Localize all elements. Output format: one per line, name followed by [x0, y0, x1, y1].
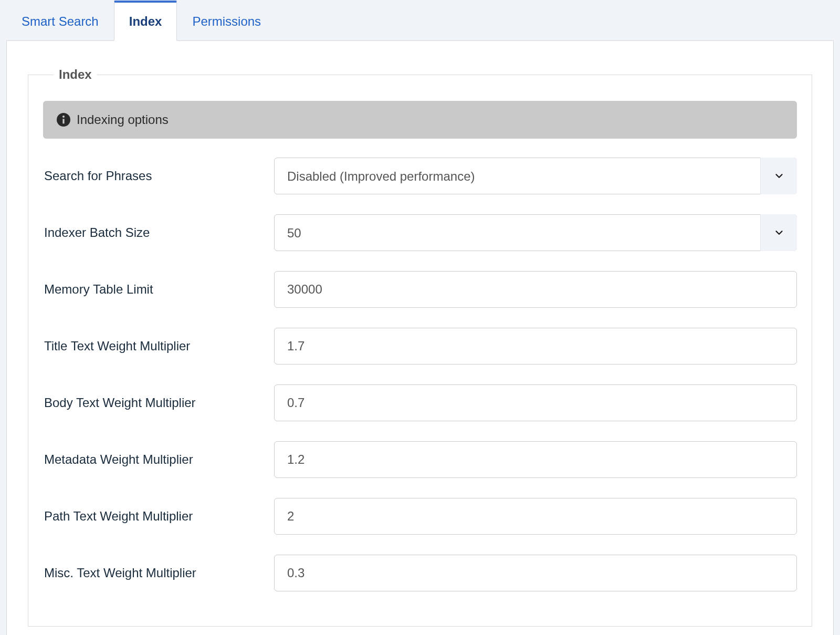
page-container: Smart Search Index Permissions Index Ind… [0, 0, 840, 635]
label-title-weight: Title Text Weight Multiplier [43, 339, 264, 353]
tab-index[interactable]: Index [114, 1, 177, 41]
input-title-weight[interactable] [274, 328, 797, 365]
tab-bar: Smart Search Index Permissions [6, 0, 834, 40]
label-path-weight: Path Text Weight Multiplier [43, 509, 264, 524]
select-search-for-phrases[interactable]: Disabled (Improved performance) [274, 158, 797, 194]
label-metadata-weight: Metadata Weight Multiplier [43, 452, 264, 467]
input-path-weight[interactable] [274, 498, 797, 535]
input-metadata-weight[interactable] [274, 441, 797, 478]
label-memory-table-limit: Memory Table Limit [43, 282, 264, 297]
row-memory-table-limit: Memory Table Limit [43, 271, 797, 308]
input-memory-table-limit[interactable] [274, 271, 797, 308]
content-panel: Index Indexing options Search for Phrase… [6, 40, 834, 635]
label-misc-weight: Misc. Text Weight Multiplier [43, 566, 264, 580]
label-search-for-phrases: Search for Phrases [43, 169, 264, 183]
row-search-for-phrases: Search for Phrases Disabled (Improved pe… [43, 158, 797, 194]
tab-permissions[interactable]: Permissions [177, 2, 276, 40]
index-fieldset: Index Indexing options Search for Phrase… [28, 67, 812, 627]
row-title-weight: Title Text Weight Multiplier [43, 328, 797, 365]
svg-point-2 [62, 116, 65, 118]
tab-smart-search[interactable]: Smart Search [6, 2, 114, 40]
row-indexer-batch-size: Indexer Batch Size 50 [43, 214, 797, 251]
section-title: Indexing options [77, 112, 169, 127]
select-wrap-indexer-batch-size: 50 [274, 214, 797, 251]
row-body-weight: Body Text Weight Multiplier [43, 384, 797, 421]
section-header: Indexing options [43, 101, 797, 139]
select-wrap-search-for-phrases: Disabled (Improved performance) [274, 158, 797, 194]
input-body-weight[interactable] [274, 384, 797, 421]
svg-rect-1 [62, 119, 64, 123]
label-body-weight: Body Text Weight Multiplier [43, 395, 264, 410]
info-icon [57, 113, 70, 127]
fieldset-legend: Index [54, 67, 97, 82]
input-misc-weight[interactable] [274, 555, 797, 591]
row-path-weight: Path Text Weight Multiplier [43, 498, 797, 535]
row-misc-weight: Misc. Text Weight Multiplier [43, 555, 797, 591]
label-indexer-batch-size: Indexer Batch Size [43, 225, 264, 240]
row-metadata-weight: Metadata Weight Multiplier [43, 441, 797, 478]
select-indexer-batch-size[interactable]: 50 [274, 214, 797, 251]
